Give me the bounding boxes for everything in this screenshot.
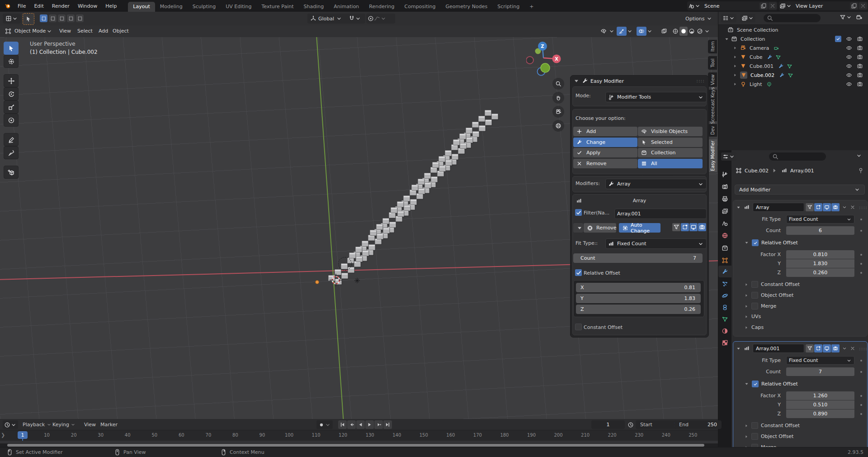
- subpanel-uvs[interactable]: UVs: [744, 314, 761, 319]
- outliner-row-scene-collection[interactable]: Scene Collection: [718, 25, 868, 34]
- workspace-tab-rendering[interactable]: Rendering: [364, 2, 399, 12]
- scene-selector[interactable]: Scene: [687, 1, 778, 10]
- disable-render-icon[interactable]: [857, 72, 863, 78]
- disable-render-icon[interactable]: [857, 63, 863, 69]
- delete-view-layer-icon[interactable]: [859, 2, 867, 10]
- delete-scene-icon[interactable]: [769, 2, 777, 10]
- timeline-editor-type-button[interactable]: [3, 420, 18, 429]
- pan-view-button[interactable]: [552, 92, 564, 104]
- factor-z-field[interactable]: 0.890: [786, 409, 854, 418]
- extras-dropdown[interactable]: [842, 346, 847, 351]
- chevron-down-icon[interactable]: [609, 27, 614, 36]
- extras-dropdown[interactable]: [842, 205, 847, 210]
- sidebar-tab-screencast-keys[interactable]: Screencast Keys: [708, 90, 717, 121]
- action-remove-button[interactable]: Remove: [573, 159, 637, 168]
- realtime-toggle[interactable]: [823, 203, 831, 211]
- modifier-name-field[interactable]: Array: [753, 203, 804, 212]
- outliner-row-collection[interactable]: Collection: [718, 34, 868, 43]
- properties-tab-scene[interactable]: [718, 217, 731, 229]
- auto-change-button[interactable]: Auto Change: [619, 223, 660, 233]
- subpanel-caps[interactable]: Caps: [744, 324, 764, 330]
- move-tool-button[interactable]: [4, 74, 19, 87]
- auto-keying-button[interactable]: [316, 420, 333, 429]
- navigation-gizmo[interactable]: Z X: [526, 39, 562, 77]
- properties-tab-data[interactable]: [718, 313, 731, 325]
- properties-tab-collection[interactable]: [718, 242, 731, 254]
- meshobj-icon[interactable]: [740, 71, 747, 79]
- playback-play-reverse-button[interactable]: [356, 420, 365, 429]
- delete-modifier-icon[interactable]: [850, 346, 855, 351]
- playback-jump-end-button[interactable]: [383, 420, 392, 429]
- blender-logo-icon[interactable]: [5, 3, 11, 9]
- viewport-menu-select[interactable]: Select: [77, 28, 93, 34]
- sidebar-tab-easy-modifier[interactable]: Easy Modifier: [708, 139, 717, 172]
- select-mode-button-3[interactable]: [67, 14, 75, 22]
- hide-icon[interactable]: [846, 72, 852, 78]
- shading-rendered-button[interactable]: [696, 27, 704, 36]
- playback-next-keyframe-button[interactable]: [374, 420, 383, 429]
- timeline-ruler[interactable]: ❯ 10203040506070809010011012013014015016…: [0, 430, 718, 441]
- workspace-tab-modeling[interactable]: Modeling: [155, 2, 188, 12]
- workspace-tab-layout[interactable]: Layout: [128, 2, 155, 12]
- fit-type-dropdown[interactable]: Fixed Count: [786, 356, 854, 365]
- select-mode-button-4[interactable]: [76, 14, 84, 22]
- disable-render-icon[interactable]: [857, 36, 863, 42]
- fit-type-dropdown[interactable]: Fixed Count: [605, 238, 707, 249]
- workspace-tab-geometry-nodes[interactable]: Geometry Nodes: [440, 2, 492, 12]
- viewport-canvas[interactable]: User Perspective (1) Collection | Cube.0…: [0, 37, 718, 419]
- chevron-down-icon[interactable]: [704, 27, 710, 36]
- copy-scene-icon[interactable]: [760, 2, 768, 10]
- timeline-scrollbar[interactable]: [0, 443, 718, 447]
- menu-help[interactable]: Help: [101, 3, 121, 9]
- properties-tab-physics[interactable]: [718, 290, 731, 301]
- workspace-tab-uv-editing[interactable]: UV Editing: [221, 2, 256, 12]
- select-mode-button-0[interactable]: [40, 14, 47, 22]
- workspace-tab-compositing[interactable]: Compositing: [400, 2, 441, 12]
- menu-file[interactable]: File: [14, 3, 30, 9]
- transform-orientation-dropdown[interactable]: Global: [307, 14, 349, 24]
- measure-tool-button[interactable]: [4, 146, 19, 159]
- factor-y-field[interactable]: 0.510: [786, 400, 854, 409]
- new-collection-button[interactable]: [856, 14, 862, 20]
- fit-type-dropdown[interactable]: Fixed Count: [786, 215, 854, 224]
- on-cage-toggle[interactable]: [814, 344, 822, 352]
- disable-render-icon[interactable]: [857, 81, 863, 87]
- properties-tab-particles[interactable]: [718, 278, 731, 290]
- subpanel-constant-offset[interactable]: Constant Offset: [744, 422, 800, 429]
- target-selected-button[interactable]: Selected: [638, 138, 703, 147]
- modifier-panel-header[interactable]: Array.001 ::::: [736, 344, 868, 353]
- sidebar-tab-tool[interactable]: Tool: [708, 56, 717, 70]
- display-mode-dropdown[interactable]: [721, 14, 736, 22]
- properties-tab-tool[interactable]: [718, 168, 731, 180]
- meshobj-icon[interactable]: [740, 63, 746, 69]
- panel-grip-icon[interactable]: ::::: [696, 78, 705, 84]
- outliner-row-cube[interactable]: Cube: [718, 52, 868, 62]
- count-field[interactable]: 7: [786, 367, 854, 376]
- modifiers-dropdown[interactable]: Array: [605, 179, 707, 189]
- factor-x-field[interactable]: 1.260: [786, 391, 854, 400]
- playback-jump-start-button[interactable]: [338, 420, 347, 429]
- subpanel-constant-offset[interactable]: Constant Offset: [744, 281, 800, 288]
- shading-material-button[interactable]: [688, 27, 696, 36]
- show-gizmo-toggle[interactable]: [617, 27, 627, 36]
- object-origin-dot[interactable]: [315, 280, 319, 284]
- outliner-search-input[interactable]: [764, 14, 821, 22]
- snap-dropdown[interactable]: [347, 14, 365, 24]
- action-add-button[interactable]: Add: [573, 127, 637, 136]
- viewport-menu-view[interactable]: View: [59, 28, 71, 34]
- view-layer-name[interactable]: View Layer: [792, 3, 849, 9]
- show-visibility-dropdown[interactable]: [599, 27, 609, 36]
- collapse-triangle-icon[interactable]: [573, 78, 580, 84]
- outliner-row-camera[interactable]: Camera: [718, 43, 868, 52]
- outliner-row-light[interactable]: Light: [718, 80, 868, 89]
- properties-tab-texture[interactable]: [718, 337, 731, 348]
- edit-mode-toggle[interactable]: [806, 203, 814, 211]
- camera-view-button[interactable]: [552, 106, 564, 118]
- subpanel-merge[interactable]: Merge: [744, 303, 776, 309]
- realtime-toggle[interactable]: [689, 223, 698, 231]
- use-preview-range-button[interactable]: [627, 420, 635, 429]
- count-slider[interactable]: Count 7: [573, 253, 703, 263]
- current-frame-field[interactable]: 1: [591, 420, 625, 429]
- copy-view-layer-icon[interactable]: [850, 2, 858, 10]
- end-frame-field[interactable]: End 250: [675, 420, 722, 429]
